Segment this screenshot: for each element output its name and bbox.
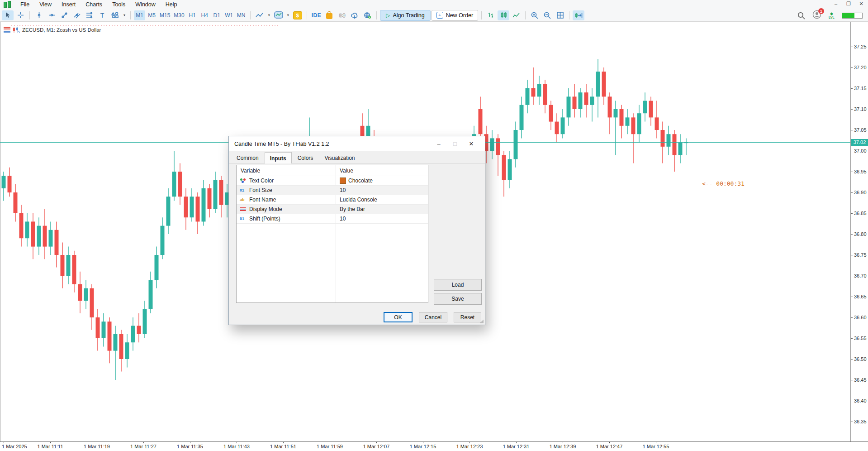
indicators-icon bbox=[274, 11, 283, 19]
window-close-button[interactable]: ✕ bbox=[856, 0, 866, 8]
indicators-button[interactable] bbox=[273, 10, 285, 20]
window-restore-button[interactable]: ❐ bbox=[844, 0, 854, 8]
price-axis-tick bbox=[851, 380, 853, 380]
chart-shift-button[interactable] bbox=[573, 10, 584, 20]
price-axis-tick bbox=[851, 109, 853, 110]
menu-item-view[interactable]: View bbox=[34, 0, 57, 9]
param-value[interactable]: Chocolate bbox=[336, 178, 373, 184]
param-row-shift-points[interactable]: 01Shift (Points)10 bbox=[237, 214, 428, 224]
tab-common[interactable]: Common bbox=[231, 153, 264, 163]
menu-item-file[interactable]: File bbox=[15, 0, 34, 9]
timeframe-m5[interactable]: M5 bbox=[146, 10, 157, 20]
tab-inputs[interactable]: Inputs bbox=[265, 152, 292, 163]
vertical-line-tool-button[interactable] bbox=[33, 10, 45, 20]
price-axis-label: 37.20 bbox=[854, 65, 867, 70]
color-swatch bbox=[340, 178, 346, 184]
tab-colors[interactable]: Colors bbox=[292, 153, 319, 163]
zoom-in-button[interactable] bbox=[529, 10, 541, 20]
chart-symbol-label: ZECUSD, M1: Zcash vs US Dollar bbox=[22, 27, 101, 33]
cancel-button[interactable]: Cancel bbox=[419, 312, 447, 322]
menu-item-tools[interactable]: Tools bbox=[107, 0, 130, 9]
timeframe-m15[interactable]: M15 bbox=[158, 10, 171, 20]
timeframe-h1[interactable]: H1 bbox=[187, 10, 198, 20]
cursor-icon bbox=[5, 12, 11, 19]
param-value[interactable]: 10 bbox=[336, 216, 346, 222]
reset-button[interactable]: Reset bbox=[454, 312, 481, 322]
time-axis-label: 1 Mar 11:19 bbox=[84, 444, 110, 449]
cloud-button[interactable] bbox=[349, 10, 360, 20]
param-row-display-mode[interactable]: Display ModeBy the Bar bbox=[237, 205, 428, 214]
menu-item-help[interactable]: Help bbox=[161, 0, 182, 9]
algo-trading-button[interactable]: ▷ Algo Trading bbox=[380, 10, 430, 21]
zoom-out-button[interactable] bbox=[541, 10, 553, 20]
header-variable: Variable bbox=[237, 168, 336, 174]
param-value[interactable]: Lucida Console bbox=[336, 197, 377, 203]
shapes-dropdown-caret[interactable]: ▾ bbox=[122, 10, 127, 20]
time-axis-label: 1 Mar 12:39 bbox=[550, 444, 576, 449]
indicators-dropdown-caret[interactable]: ▾ bbox=[285, 10, 291, 20]
line-chart-mode-button[interactable] bbox=[510, 10, 522, 20]
ok-button[interactable]: OK bbox=[384, 312, 413, 322]
price-axis-label: 36.65 bbox=[854, 294, 867, 299]
trendline-icon bbox=[61, 12, 68, 19]
shapes-tool-button[interactable] bbox=[109, 10, 121, 20]
save-button[interactable]: Save bbox=[434, 293, 482, 305]
market-button[interactable] bbox=[323, 10, 335, 20]
line-chart-icon bbox=[512, 12, 520, 19]
crosshair-tool-button[interactable] bbox=[14, 10, 26, 20]
param-value[interactable]: 10 bbox=[336, 187, 346, 193]
window-minimize-button[interactable]: – bbox=[831, 0, 841, 8]
new-order-button[interactable]: + New Order bbox=[432, 10, 478, 21]
tile-windows-button[interactable] bbox=[554, 10, 566, 20]
cursor-tool-button[interactable] bbox=[2, 10, 14, 20]
price-axis-tick bbox=[851, 213, 853, 214]
app-logo-icon bbox=[4, 2, 11, 8]
level-indicator[interactable]: ◆ LVL bbox=[829, 12, 835, 19]
line-type-dropdown-caret[interactable]: ▾ bbox=[266, 10, 272, 20]
text-tool-button[interactable]: T bbox=[96, 10, 108, 20]
equidistant-lines-tool-button[interactable] bbox=[84, 10, 95, 20]
dialog-title-bar[interactable]: Candle Time MT5 - By TFlab V1.2 1.2 – □ … bbox=[229, 136, 485, 151]
time-axis[interactable]: 1 Mar 20251 Mar 11:111 Mar 11:191 Mar 11… bbox=[0, 441, 868, 451]
menu-item-charts[interactable]: Charts bbox=[81, 0, 107, 9]
timeframe-m1[interactable]: M1 bbox=[134, 10, 145, 20]
timeframe-d1[interactable]: D1 bbox=[211, 10, 223, 20]
timeframe-h4[interactable]: H4 bbox=[199, 10, 210, 20]
time-axis-tick bbox=[423, 442, 423, 443]
timeframe-m30[interactable]: M30 bbox=[172, 10, 185, 20]
bar-chart-mode-button[interactable] bbox=[485, 10, 497, 20]
community-button[interactable] bbox=[361, 10, 373, 20]
signals-button[interactable]: ((o)) bbox=[336, 10, 348, 20]
param-row-font-size[interactable]: 01Font Size10 bbox=[237, 186, 428, 195]
trendline-tool-button[interactable] bbox=[58, 10, 70, 20]
candle-chart-mode-button[interactable] bbox=[498, 10, 509, 20]
notification-badge: 1 bbox=[818, 8, 824, 14]
param-row-font-name[interactable]: abFont NameLucida Console bbox=[237, 195, 428, 205]
candle-time-countdown: <-- 00:00:31 bbox=[702, 180, 745, 187]
timeframe-w1[interactable]: W1 bbox=[223, 10, 235, 20]
ide-button[interactable]: IDE bbox=[310, 10, 323, 20]
search-icon[interactable] bbox=[797, 12, 805, 19]
menu-item-window[interactable]: Window bbox=[130, 0, 160, 9]
timeframe-mn[interactable]: MN bbox=[236, 10, 247, 20]
price-axis-label: 37.15 bbox=[854, 86, 867, 91]
horizontal-line-tool-button[interactable] bbox=[46, 10, 57, 20]
price-axis-tick bbox=[851, 88, 853, 89]
profile-button[interactable]: 1 bbox=[812, 10, 821, 21]
price-axis-label: 36.95 bbox=[854, 169, 867, 174]
price-axis[interactable]: 37.02 37.2537.2037.1537.1037.0537.0036.9… bbox=[850, 21, 868, 441]
dialog-resize-grip[interactable] bbox=[480, 320, 484, 323]
menu-item-insert[interactable]: Insert bbox=[57, 0, 81, 9]
price-axis-label: 36.80 bbox=[854, 231, 867, 237]
param-value[interactable]: By the Bar bbox=[336, 206, 365, 212]
param-row-text-color[interactable]: Text ColorChocolate bbox=[237, 176, 428, 186]
channel-tool-button[interactable] bbox=[71, 10, 83, 20]
dialog-minimize-button[interactable]: – bbox=[431, 139, 447, 149]
time-axis-label: 1 Mar 12:31 bbox=[503, 444, 530, 449]
inputs-table[interactable]: Variable Value Text ColorChocolate01Font… bbox=[236, 165, 428, 303]
load-button[interactable]: Load bbox=[434, 279, 482, 291]
finance-button[interactable]: $ bbox=[292, 10, 304, 20]
chart-line-type-button[interactable] bbox=[254, 10, 266, 20]
tab-visualization[interactable]: Visualization bbox=[319, 153, 360, 163]
dialog-close-button[interactable]: ✕ bbox=[463, 139, 479, 149]
